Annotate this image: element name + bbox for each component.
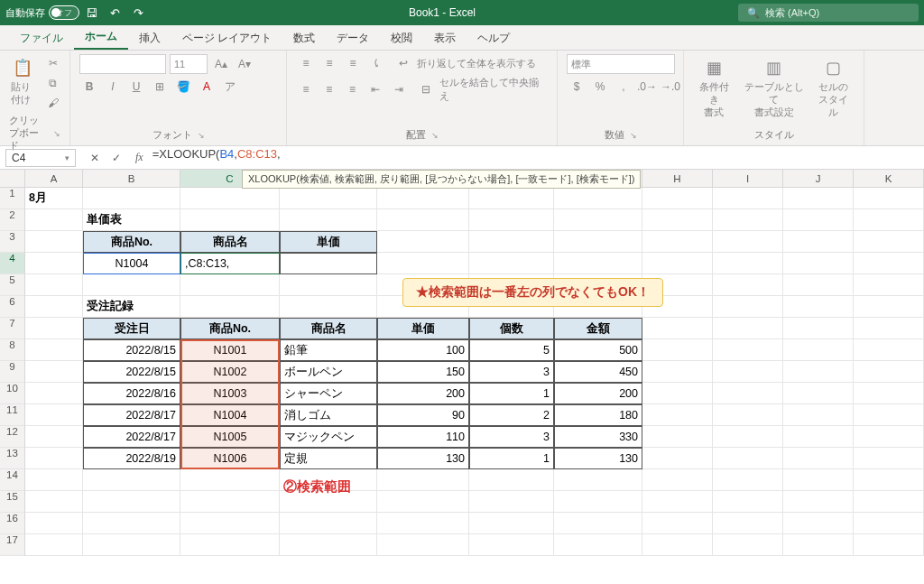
- cell[interactable]: [713, 469, 783, 491]
- cell[interactable]: [642, 534, 713, 556]
- col-header-A[interactable]: A: [25, 170, 83, 187]
- cell[interactable]: [469, 188, 554, 209]
- cell[interactable]: [783, 361, 854, 383]
- cell[interactable]: [180, 491, 280, 513]
- cell[interactable]: [377, 231, 469, 253]
- cell[interactable]: N1001: [180, 339, 280, 361]
- cell[interactable]: 100: [377, 339, 469, 361]
- cell[interactable]: [642, 404, 713, 426]
- cell[interactable]: 商品No.: [180, 318, 280, 339]
- toggle-icon[interactable]: [49, 5, 79, 20]
- copy-icon[interactable]: ⧉: [43, 74, 63, 92]
- row-header[interactable]: 16: [0, 513, 25, 534]
- increase-indent-icon[interactable]: ⇥: [389, 80, 409, 98]
- cell[interactable]: [854, 513, 924, 534]
- cell[interactable]: [642, 448, 713, 469]
- cell[interactable]: [854, 426, 924, 448]
- cell[interactable]: [642, 188, 713, 209]
- cell[interactable]: 2: [469, 404, 554, 426]
- cell[interactable]: [713, 209, 783, 231]
- row-header[interactable]: 6: [0, 296, 25, 318]
- cell[interactable]: [783, 469, 854, 491]
- cell[interactable]: N1006: [180, 448, 280, 469]
- cell[interactable]: [854, 253, 924, 274]
- cell[interactable]: 130: [554, 448, 642, 469]
- decrease-font-icon[interactable]: A▾: [235, 55, 254, 73]
- col-header-I[interactable]: I: [713, 170, 783, 187]
- cell[interactable]: [783, 296, 854, 318]
- cell[interactable]: [642, 469, 713, 491]
- cell[interactable]: [280, 534, 377, 556]
- cell[interactable]: 180: [554, 404, 642, 426]
- cell[interactable]: 3: [469, 426, 554, 448]
- dialog-launcher-icon[interactable]: ↘: [198, 131, 205, 140]
- cell[interactable]: [642, 426, 713, 448]
- cell[interactable]: 130: [377, 448, 469, 469]
- col-header-H[interactable]: H: [642, 170, 713, 187]
- cell[interactable]: [25, 274, 83, 296]
- cell[interactable]: [854, 383, 924, 404]
- cell[interactable]: [854, 188, 924, 209]
- cell[interactable]: 330: [554, 426, 642, 448]
- font-size-select[interactable]: [170, 54, 208, 74]
- align-right-icon[interactable]: ≡: [343, 80, 363, 98]
- align-bottom-icon[interactable]: ≡: [343, 54, 363, 72]
- row-header[interactable]: 5: [0, 274, 25, 296]
- cell[interactable]: [554, 534, 642, 556]
- cell[interactable]: [25, 231, 83, 253]
- cell[interactable]: [854, 339, 924, 361]
- cell[interactable]: [377, 469, 469, 491]
- wrap-text-icon[interactable]: ↩: [393, 54, 413, 72]
- cell[interactable]: N1004: [180, 404, 280, 426]
- cell[interactable]: 3: [469, 361, 554, 383]
- tab-view[interactable]: 表示: [423, 25, 467, 50]
- row-header[interactable]: 13: [0, 448, 25, 469]
- cell-styles-button[interactable]: ▢セルの スタイル: [813, 54, 855, 121]
- cell[interactable]: 商品名: [280, 318, 377, 339]
- tab-data[interactable]: データ: [326, 25, 380, 50]
- cell[interactable]: [783, 231, 854, 253]
- dropdown-icon[interactable]: ▾: [65, 153, 69, 162]
- cell[interactable]: [854, 274, 924, 296]
- fx-icon[interactable]: fx: [130, 151, 149, 164]
- accounting-format-icon[interactable]: $: [567, 78, 587, 96]
- cell[interactable]: [713, 253, 783, 274]
- row-header[interactable]: 8: [0, 339, 25, 361]
- cell[interactable]: [25, 534, 83, 556]
- cell[interactable]: 90: [377, 404, 469, 426]
- cell[interactable]: [713, 361, 783, 383]
- cell[interactable]: [180, 188, 280, 209]
- cell[interactable]: [854, 404, 924, 426]
- cell[interactable]: [713, 513, 783, 534]
- cell[interactable]: [783, 274, 854, 296]
- cell[interactable]: [642, 318, 713, 339]
- cell[interactable]: [377, 513, 469, 534]
- row-header[interactable]: 1: [0, 188, 25, 209]
- cell[interactable]: [377, 209, 469, 231]
- cell[interactable]: [854, 231, 924, 253]
- cell[interactable]: 商品No.: [83, 231, 180, 253]
- row-header[interactable]: 10: [0, 383, 25, 404]
- cell[interactable]: [25, 318, 83, 339]
- bold-button[interactable]: B: [79, 78, 99, 96]
- cell[interactable]: [83, 534, 180, 556]
- cancel-icon[interactable]: ✕: [87, 152, 103, 164]
- col-header-K[interactable]: K: [854, 170, 924, 187]
- comma-format-icon[interactable]: ,: [614, 78, 633, 96]
- cell[interactable]: N1004: [83, 253, 180, 274]
- cell[interactable]: [854, 469, 924, 491]
- cell[interactable]: [713, 188, 783, 209]
- cell[interactable]: 5: [469, 339, 554, 361]
- cell[interactable]: [83, 513, 180, 534]
- cell[interactable]: [83, 188, 180, 209]
- cell[interactable]: [854, 448, 924, 469]
- font-family-select[interactable]: [79, 54, 166, 74]
- percent-format-icon[interactable]: %: [590, 78, 610, 96]
- cell[interactable]: [25, 448, 83, 469]
- cell[interactable]: 1: [469, 383, 554, 404]
- increase-decimal-icon[interactable]: .0→: [637, 78, 657, 96]
- cell[interactable]: [180, 296, 280, 318]
- cell[interactable]: [642, 339, 713, 361]
- orientation-icon[interactable]: ⤹: [366, 54, 386, 72]
- select-all-corner[interactable]: [0, 170, 25, 187]
